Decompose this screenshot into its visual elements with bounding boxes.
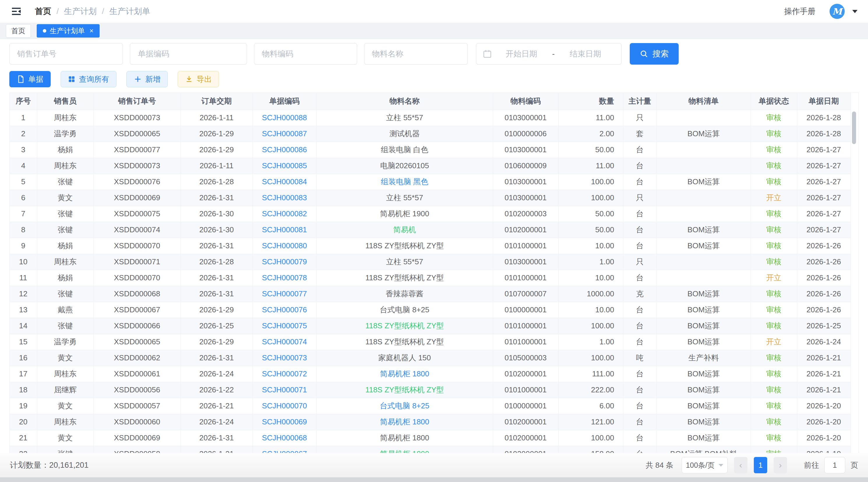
page-size-select[interactable]: 100条/页 xyxy=(682,457,727,473)
material-name-text[interactable]: 简易机 xyxy=(393,225,416,234)
cell-doc_code: SCJH000077 xyxy=(252,286,316,302)
table-row[interactable]: 3杨娟XSDD0000772026-1-29SCJH000086组装电脑 白色0… xyxy=(10,142,850,158)
tab-close-icon[interactable]: × xyxy=(89,27,93,34)
table-row[interactable]: 1周桂东XSDD0000732026-1-11SCJH000088立柱 55*5… xyxy=(10,110,850,126)
material-name-text[interactable]: 简易机柜 1800 xyxy=(380,369,429,378)
cell-due_date: 2026-1-22 xyxy=(181,382,252,398)
doc-code-input[interactable] xyxy=(130,43,247,65)
select-caret-icon xyxy=(719,464,723,467)
prev-page-button[interactable]: ‹ xyxy=(734,457,747,473)
breadcrumb-separator: / xyxy=(57,7,59,16)
cell-doc_date: 2026-1-27 xyxy=(797,222,850,238)
cell-text: 10 xyxy=(19,257,27,266)
add-button[interactable]: 新增 xyxy=(126,71,168,87)
date-range-picker[interactable]: 开始日期 - 结束日期 xyxy=(476,43,622,65)
tab-production-plan-order[interactable]: 生产计划单 × xyxy=(37,24,100,37)
doc-code-link[interactable]: SCJH000081 xyxy=(262,225,307,234)
doc-code-link[interactable]: SCJH000072 xyxy=(262,369,307,378)
tab-home[interactable]: 首页 xyxy=(6,24,31,37)
table-row[interactable]: 9杨娟XSDD0000702026-1-31SCJH000080118S ZY型… xyxy=(10,238,850,254)
column-header-status: 单据状态 xyxy=(751,93,797,110)
material-code-input[interactable] xyxy=(254,43,357,65)
avatar[interactable]: M xyxy=(830,4,845,19)
material-name-input[interactable] xyxy=(364,43,468,65)
table-row[interactable]: 8张键XSDD0000742026-1-30SCJH000081简易机01020… xyxy=(10,222,850,238)
table-row[interactable]: 11杨娟XSDD0000702026-1-31SCJH000078118S ZY… xyxy=(10,270,850,286)
table-row[interactable]: 2温学勇XSDD0000652026-1-29SCJH000087测试机器010… xyxy=(10,126,850,142)
manual-link[interactable]: 操作手册 xyxy=(784,6,815,17)
doc-code-link[interactable]: SCJH000084 xyxy=(262,177,307,186)
table-row[interactable]: 20周桂东XSDD0000602026-1-24SCJH000069简易机柜 1… xyxy=(10,414,850,430)
table-row[interactable]: 10周桂东XSDD0000712026-1-28SCJH000079立柱 55*… xyxy=(10,254,850,270)
cell-qty: 50.00 xyxy=(558,222,623,238)
doc-code-link[interactable]: SCJH000083 xyxy=(262,193,307,202)
table-row[interactable]: 12张键XSDD0000682026-1-31SCJH000077香辣蒜蓉酱01… xyxy=(10,286,850,302)
material-name-text[interactable]: 简易机柜 1800 xyxy=(380,449,429,453)
doc-code-link[interactable]: SCJH000067 xyxy=(262,449,307,453)
cell-text: 台 xyxy=(636,177,644,186)
cell-text: XSDD000074 xyxy=(114,225,160,234)
doc-code-link[interactable]: SCJH000079 xyxy=(262,257,307,266)
cell-text: 1.00 xyxy=(599,338,614,346)
cell-text: 周桂东 xyxy=(54,417,76,426)
table-row[interactable]: 15温学勇XSDD0000652026-1-29SCJH000074118S Z… xyxy=(10,334,850,350)
table-row[interactable]: 22张键XSDD0000582026-1-21SCJH000067简易机柜 18… xyxy=(10,446,850,453)
doc-code-link[interactable]: SCJH000085 xyxy=(262,161,307,170)
breadcrumb-production-plan[interactable]: 生产计划 xyxy=(64,6,97,17)
search-button[interactable]: 搜索 xyxy=(630,43,679,65)
cell-due_date: 2026-1-11 xyxy=(181,110,252,126)
goto-page-input[interactable] xyxy=(824,457,845,473)
doc-code-link[interactable]: SCJH000076 xyxy=(262,305,307,314)
doc-code-link[interactable]: SCJH000073 xyxy=(262,353,307,362)
page-1-button[interactable]: 1 xyxy=(754,457,767,473)
table-row[interactable]: 6黄文XSDD0000692026-1-31SCJH000083立柱 55*57… xyxy=(10,190,850,206)
doc-code-link[interactable]: SCJH000074 xyxy=(262,338,307,346)
material-name-text[interactable]: 简易机柜 1800 xyxy=(380,417,429,426)
table-row[interactable]: 4周桂东XSDD0000732026-1-11SCJH000085电脑20260… xyxy=(10,158,850,174)
doc-code-link[interactable]: SCJH000069 xyxy=(262,417,307,426)
export-button[interactable]: 导出 xyxy=(178,71,219,87)
cell-text: XSDD000058 xyxy=(114,449,160,453)
table-row[interactable]: 16黄文XSDD0000622026-1-31SCJH000073家庭机器人 1… xyxy=(10,350,850,366)
cell-material_code: 0102000001 xyxy=(493,446,558,453)
table-row[interactable]: 21黄文XSDD0000692026-1-31SCJH000068简易机柜 18… xyxy=(10,430,850,446)
cell-text: BOM运算 xyxy=(687,338,720,346)
sales-order-input[interactable] xyxy=(9,43,123,65)
doc-code-link[interactable]: SCJH000088 xyxy=(262,113,307,122)
doc-code-link[interactable]: SCJH000082 xyxy=(262,209,307,218)
material-name-text[interactable]: 118S ZY型纸杯机 ZY型 xyxy=(365,385,444,394)
table-row[interactable]: 7张键XSDD0000752026-1-30SCJH000082简易机柜 190… xyxy=(10,206,850,222)
horizontal-scrollbar-track[interactable] xyxy=(0,477,868,482)
doc-code-link[interactable]: SCJH000071 xyxy=(262,385,307,394)
doc-code-link[interactable]: SCJH000075 xyxy=(262,321,307,330)
doc-code-link[interactable]: SCJH000077 xyxy=(262,289,307,298)
cell-qty: 10.00 xyxy=(558,302,623,318)
breadcrumb-home[interactable]: 首页 xyxy=(35,6,51,17)
table-row[interactable]: 13戴燕XSDD0000672026-1-29SCJH000076台式电脑 8+… xyxy=(10,302,850,318)
doc-code-link[interactable]: SCJH000086 xyxy=(262,145,307,154)
doc-code-link[interactable]: SCJH000078 xyxy=(262,273,307,282)
material-name-text[interactable]: 台式电脑 8+25 xyxy=(380,401,429,410)
material-name-text[interactable]: 组装电脑 黑色 xyxy=(381,177,428,186)
query-all-button[interactable]: 查询所有 xyxy=(61,71,117,87)
cell-bom xyxy=(656,254,751,270)
table-row[interactable]: 19黄文XSDD0000572026-1-21SCJH000070台式电脑 8+… xyxy=(10,398,850,414)
cell-doc_date: 2026-1-26 xyxy=(797,254,850,270)
goto-suffix: 页 xyxy=(850,460,858,470)
material-name-text[interactable]: 118S ZY型纸杯机 ZY型 xyxy=(365,321,444,330)
cell-text: 0101000001 xyxy=(504,273,547,282)
table-row[interactable]: 17周桂东XSDD0000612026-1-24SCJH000072简易机柜 1… xyxy=(10,366,850,382)
user-menu-caret-icon[interactable] xyxy=(852,10,858,13)
doc-code-link[interactable]: SCJH000087 xyxy=(262,129,307,138)
document-button[interactable]: 单据 xyxy=(9,71,51,87)
table-row[interactable]: 5张键XSDD0000762026-1-28SCJH000084组装电脑 黑色0… xyxy=(10,174,850,190)
sidebar-fold-icon[interactable] xyxy=(10,5,23,17)
next-page-button[interactable]: › xyxy=(774,457,787,473)
table-row[interactable]: 14张键XSDD0000662026-1-25SCJH000075118S ZY… xyxy=(10,318,850,334)
doc-code-link[interactable]: SCJH000080 xyxy=(262,241,307,250)
table-row[interactable]: 18屈继辉XSDD0000562026-1-22SCJH000071118S Z… xyxy=(10,382,850,398)
vertical-scrollbar-thumb[interactable] xyxy=(852,111,856,144)
status-badge: 审核 xyxy=(766,177,781,186)
doc-code-link[interactable]: SCJH000070 xyxy=(262,401,307,410)
doc-code-link[interactable]: SCJH000068 xyxy=(262,433,307,442)
